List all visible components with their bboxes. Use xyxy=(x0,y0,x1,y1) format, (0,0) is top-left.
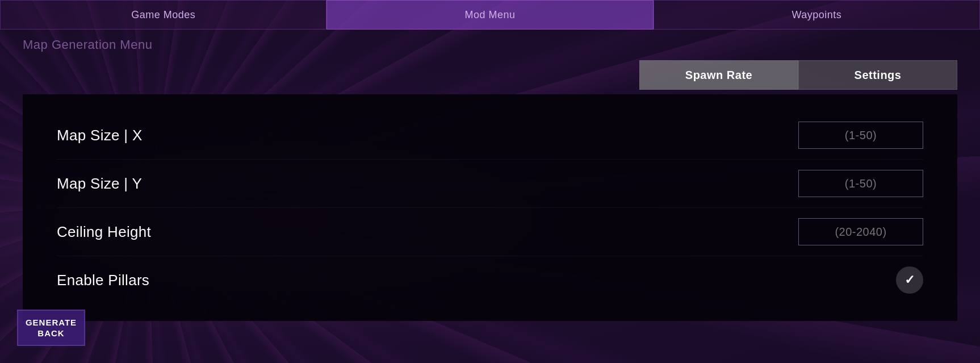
settings-row-map-size-y: Map Size | Y xyxy=(57,160,923,208)
label-map-size-x: Map Size | X xyxy=(57,127,143,144)
main-panel: Map Size | X Map Size | Y Ceiling Height… xyxy=(23,94,957,321)
settings-row-enable-pillars: Enable Pillars ✓ xyxy=(57,256,923,304)
input-ceiling-height[interactable] xyxy=(798,218,923,245)
sub-nav-settings[interactable]: Settings xyxy=(798,60,957,90)
nav-item-waypoints[interactable]: Waypoints xyxy=(654,0,980,30)
nav-label-mod-menu: Mod Menu xyxy=(464,9,515,21)
sub-nav-spawn-rate[interactable]: Spawn Rate xyxy=(639,60,798,90)
back-label: BACK xyxy=(26,328,77,339)
page-title: Map Generation Menu xyxy=(0,30,980,60)
input-map-size-y[interactable] xyxy=(798,170,923,197)
sub-nav-label-spawn-rate: Spawn Rate xyxy=(685,69,752,82)
nav-item-mod-menu[interactable]: Mod Menu xyxy=(326,0,653,30)
nav-item-game-modes[interactable]: Game Modes xyxy=(0,0,326,30)
nav-label-game-modes: Game Modes xyxy=(131,9,195,21)
sub-nav: Spawn Rate Settings xyxy=(0,60,980,90)
generate-label: GENERATE xyxy=(26,317,77,328)
label-ceiling-height: Ceiling Height xyxy=(57,223,151,241)
label-enable-pillars: Enable Pillars xyxy=(57,272,149,289)
label-map-size-y: Map Size | Y xyxy=(57,175,142,193)
checkmark-icon: ✓ xyxy=(904,273,915,287)
checkbox-enable-pillars[interactable]: ✓ xyxy=(896,266,923,294)
input-map-size-x[interactable] xyxy=(798,122,923,149)
nav-label-waypoints: Waypoints xyxy=(791,9,841,21)
settings-row-map-size-x: Map Size | X xyxy=(57,111,923,160)
generate-back-button[interactable]: GENERATE BACK xyxy=(17,310,85,346)
top-nav: Game Modes Mod Menu Waypoints xyxy=(0,0,980,30)
settings-row-ceiling-height: Ceiling Height xyxy=(57,208,923,256)
sub-nav-label-settings: Settings xyxy=(855,69,902,82)
